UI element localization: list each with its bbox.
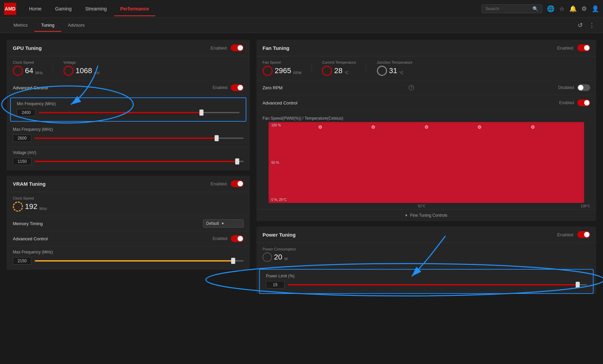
gpu-min-frequency-value[interactable]: 2400 (17, 109, 35, 116)
current-temp-unit: °C (345, 71, 349, 75)
gpu-voltage-mv-fill (35, 161, 237, 162)
power-tuning-card: Power Tuning Enabled Power Consumption 2… (256, 226, 596, 294)
fan-advanced-toggle[interactable] (577, 99, 590, 106)
fan-chart-title: Fan Speed(PWM(%)) / Temperature(Celsius) (256, 113, 596, 122)
vram-clock-row: Clock Speed 192 MHz (7, 192, 250, 216)
gpu-voltage-mv-label: Voltage (mV) (13, 150, 244, 155)
fan-speed-chart[interactable]: 100 % 50 % 0 %, 25°C (269, 122, 584, 203)
junction-temp-unit: °C (399, 71, 403, 75)
junction-temp-label: Junction Temperature (377, 60, 413, 64)
tab-metrics[interactable]: Metrics (7, 19, 34, 32)
gpu-advanced-control-row: Advanced Control Enabled (7, 80, 250, 95)
memory-timing-dropdown[interactable]: Default ▾ (203, 219, 244, 228)
chart-dot-3[interactable] (425, 125, 428, 129)
vram-clock-stat: Clock Speed 192 MHz (13, 196, 47, 212)
gpu-max-frequency-thumb[interactable] (215, 135, 219, 141)
chart-dot-5[interactable] (531, 125, 535, 129)
fine-tuning-controls[interactable]: ▾ Fine Tuning Controls (256, 209, 596, 221)
vram-max-frequency-section: Max Frequency (MHz) 2150 (7, 246, 250, 270)
zero-rpm-info-icon[interactable]: ? (409, 85, 414, 90)
gpu-min-frequency-section: Min Frequency (MHz) 2400 (10, 97, 246, 122)
more-options-icon[interactable]: ⋮ (587, 20, 596, 30)
gpu-voltage-icon (63, 66, 74, 76)
chart-y-mid: 50 % (270, 159, 288, 166)
tab-advisors[interactable]: Advisors (61, 19, 91, 32)
power-limit-label: Power Limit (%) (266, 274, 587, 278)
current-temp-stat: Current Temperature 28 °C (322, 60, 356, 76)
vram-advanced-status: Enabled (213, 236, 227, 241)
power-limit-track[interactable] (288, 284, 587, 285)
reset-icon[interactable]: ↺ (576, 20, 584, 30)
fan-tuning-toggle[interactable] (577, 44, 590, 51)
gpu-max-frequency-track[interactable] (35, 138, 244, 139)
chart-wrapper: 100 % 50 % 0 %, 25°C (263, 122, 590, 203)
zero-rpm-toggle[interactable] (577, 84, 590, 91)
fan-speed-icon (263, 66, 273, 76)
power-limit-thumb[interactable] (576, 282, 580, 288)
gpu-min-frequency-slider-row: 2400 (17, 109, 240, 116)
gpu-max-frequency-value[interactable]: 2600 (13, 134, 31, 142)
memory-timing-chevron: ▾ (222, 221, 224, 226)
search-icon: 🔍 (532, 6, 538, 11)
fan-speed-unit: RPM (293, 71, 301, 75)
current-temp-value: 28 (334, 66, 342, 75)
chart-x-labels: 62°C 100°C (263, 203, 590, 209)
gpu-tuning-toggle[interactable] (231, 44, 244, 51)
nav-right-icons: 🔍 🌐 ☆ 🔔 ⚙ 👤 (482, 4, 599, 13)
vram-tuning-toggle[interactable] (231, 180, 244, 187)
gpu-max-frequency-fill (35, 138, 217, 139)
gpu-advanced-toggle[interactable] (231, 84, 244, 91)
secondary-nav-right: ↺ ⋮ (576, 20, 596, 30)
chart-dot-4[interactable] (478, 125, 481, 129)
gpu-voltage-label: Voltage (63, 60, 100, 64)
gpu-min-frequency-track[interactable] (39, 112, 240, 113)
memory-timing-label: Memory Timing (13, 221, 203, 226)
vram-clock-value: 192 (25, 202, 37, 211)
fan-stats-row: Fan Speed 2965 RPM Current Temperature 2… (256, 56, 596, 80)
power-consumption-label: Power Consumption (263, 247, 296, 251)
tab-tuning[interactable]: Tuning (34, 19, 61, 32)
power-tuning-toggle[interactable] (577, 231, 590, 238)
nav-streaming[interactable]: Streaming (79, 1, 113, 16)
star-icon[interactable]: ☆ (559, 5, 565, 12)
gpu-voltage-mv-thumb[interactable] (235, 158, 239, 164)
vram-enabled-label: Enabled (211, 181, 227, 186)
vram-max-freq-value[interactable]: 2150 (13, 257, 31, 265)
gpu-voltage-value: 1068 (76, 66, 92, 75)
chart-dot-2[interactable] (372, 125, 375, 129)
vram-max-freq-thumb[interactable] (231, 258, 235, 264)
user-icon[interactable]: 👤 (592, 5, 599, 12)
gpu-tuning-enabled-label: Enabled (211, 46, 227, 51)
power-tuning-title: Power Tuning (263, 232, 557, 238)
chart-dot-1[interactable] (319, 125, 322, 129)
gpu-clock-speed-unit: MHz (35, 71, 43, 75)
fan-speed-value: 2965 (275, 66, 291, 75)
amd-logo: AMD (4, 3, 16, 15)
gpu-voltage-mv-value[interactable]: 1150 (13, 158, 31, 165)
vram-tuning-card: VRAM Tuning Enabled Clock Speed 192 MHz (7, 176, 250, 270)
power-enabled-label: Enabled (557, 232, 573, 237)
vram-max-freq-fill (35, 260, 233, 262)
chart-y-bot: 0 %, 25°C (270, 196, 288, 203)
gpu-voltage-mv-track[interactable] (35, 161, 244, 162)
nav-gaming[interactable]: Gaming (49, 1, 78, 16)
globe-icon[interactable]: 🌐 (547, 5, 554, 12)
search-box[interactable]: 🔍 (482, 4, 542, 13)
fine-tuning-label: Fine Tuning Controls (410, 213, 447, 218)
gpu-clock-speed-stat: Clock Speed 64 MHz (13, 60, 43, 76)
gpu-min-frequency-thumb[interactable] (199, 110, 203, 116)
bell-icon[interactable]: 🔔 (569, 5, 577, 12)
vram-max-freq-track[interactable] (35, 260, 244, 262)
gear-icon[interactable]: ⚙ (581, 5, 587, 12)
nav-home[interactable]: Home (23, 1, 48, 16)
power-consumption-stat: Power Consumption 20 W (263, 247, 296, 262)
nav-performance[interactable]: Performance (114, 1, 155, 16)
gpu-max-frequency-label: Max Frequency (MHz) (13, 127, 244, 132)
power-limit-fill (288, 284, 578, 285)
fan-tuning-card: Fan Tuning Enabled Fan Speed 2965 RPM (256, 40, 596, 221)
gpu-max-frequency-slider-row: 2600 (13, 134, 244, 142)
vram-advanced-toggle[interactable] (231, 235, 244, 242)
gpu-tuning-header: GPU Tuning Enabled (7, 40, 250, 56)
search-input[interactable] (485, 6, 532, 11)
power-limit-value[interactable]: 15 (266, 281, 284, 289)
